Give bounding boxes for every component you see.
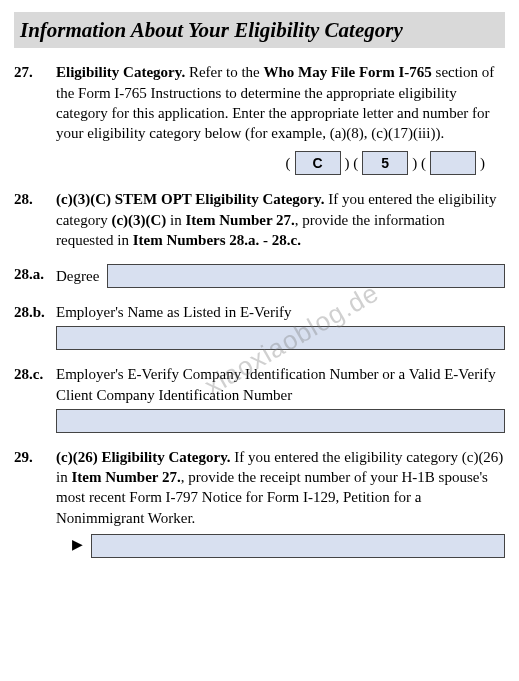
label-28b: Employer's Name as Listed in E-Verify: [56, 302, 505, 322]
eligibility-category-field-2[interactable]: 5: [362, 151, 408, 175]
item-28c: 28.c. Employer's E-Verify Company Identi…: [14, 364, 505, 433]
item-29-text: (c)(26) Eligibility Category. If you ent…: [56, 449, 503, 526]
item-number-28a: 28.a.: [14, 264, 56, 288]
item-number-28b: 28.b.: [14, 302, 56, 350]
paren: (: [286, 153, 291, 173]
item-28: 28. (c)(3)(C) STEM OPT Eligibility Categ…: [14, 189, 505, 250]
paren: ) (: [412, 153, 426, 173]
item-28b: 28.b. Employer's Name as Listed in E-Ver…: [14, 302, 505, 350]
everify-number-field[interactable]: [56, 409, 505, 433]
item-28a: 28.a. Degree: [14, 264, 505, 288]
label-28c: Employer's E-Verify Company Identificati…: [56, 364, 505, 405]
eligibility-category-fields: ( C ) ( 5 ) ( ): [56, 151, 505, 175]
eligibility-category-field-3[interactable]: [430, 151, 476, 175]
item-number-28c: 28.c.: [14, 364, 56, 433]
paren: ) (: [345, 153, 359, 173]
eligibility-category-field-1[interactable]: C: [295, 151, 341, 175]
item-27-text: Eligibility Category. Refer to the Who M…: [56, 64, 494, 141]
item-number-28: 28.: [14, 189, 56, 250]
item-number-29: 29.: [14, 447, 56, 558]
item-29: 29. (c)(26) Eligibility Category. If you…: [14, 447, 505, 558]
section-header: Information About Your Eligibility Categ…: [14, 12, 505, 48]
paren: ): [480, 153, 485, 173]
degree-field[interactable]: [107, 264, 505, 288]
item-number-27: 27.: [14, 62, 56, 175]
receipt-number-field[interactable]: [91, 534, 505, 558]
arrow-icon: ▶: [72, 536, 83, 555]
item-28-text: (c)(3)(C) STEM OPT Eligibility Category.…: [56, 191, 496, 248]
employer-name-field[interactable]: [56, 326, 505, 350]
item-27: 27. Eligibility Category. Refer to the W…: [14, 62, 505, 175]
label-28a: Degree: [56, 266, 99, 286]
